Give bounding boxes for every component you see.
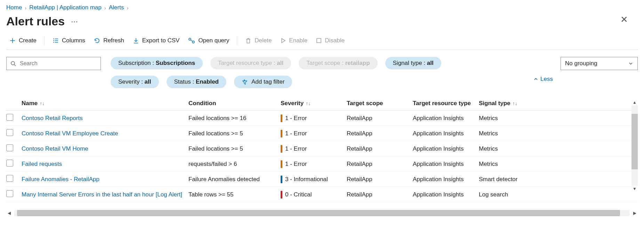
horizontal-scrollbar[interactable]: ◀ ▶ [6, 210, 638, 216]
filter-status[interactable]: Status : Enabled [167, 76, 227, 88]
scroll-down-icon[interactable]: ▼ [632, 186, 637, 192]
filter-icon [242, 79, 248, 85]
download-icon [132, 37, 139, 44]
row-checkbox[interactable] [6, 114, 13, 121]
cell-severity: 0 - Critical [281, 191, 347, 198]
rules-grid: Name ↑↓ Condition Severity ↑↓ Target sco… [6, 96, 638, 216]
grouping-dropdown[interactable]: No grouping [561, 57, 638, 70]
filter-subscription[interactable]: Subscription : Subscriptions [111, 57, 203, 69]
row-checkbox[interactable] [6, 190, 13, 197]
breadcrumb-app-map[interactable]: RetailApp | Application map [29, 4, 102, 11]
col-severity[interactable]: Severity ↑↓ [281, 100, 347, 107]
rule-name-link[interactable]: Contoso Retail Reports [22, 115, 188, 122]
open-query-button[interactable]: Open query [185, 36, 232, 45]
add-tag-label: Add tag filter [251, 78, 284, 85]
scroll-track[interactable] [631, 105, 638, 186]
create-button[interactable]: Create [6, 36, 39, 45]
rule-name-link[interactable]: Failed requests [22, 161, 188, 168]
col-label: Signal type [479, 100, 510, 107]
columns-label: Columns [62, 37, 85, 44]
table-row: Failed requestsrequests/failed > 61 - Er… [6, 157, 638, 172]
enable-button: Enable [277, 36, 310, 45]
cell-target-scope: RetailApp [347, 191, 413, 198]
row-checkbox[interactable] [6, 129, 13, 136]
filter-value: all [427, 60, 434, 66]
row-checkbox[interactable] [6, 144, 13, 151]
disable-label: Disable [325, 37, 345, 44]
scroll-left-icon[interactable]: ◀ [6, 211, 12, 216]
severity-indicator-icon [281, 115, 282, 122]
row-checkbox[interactable] [6, 160, 13, 167]
cell-target-type: Application Insights [413, 130, 479, 137]
col-label: Name [22, 100, 38, 107]
cell-target-type: Application Insights [413, 115, 479, 122]
add-tag-filter[interactable]: Add tag filter [234, 76, 292, 88]
table-row: Many Internal Server Errors in the last … [6, 187, 638, 202]
cell-signal-type: Metrics [479, 145, 545, 152]
open-query-label: Open query [198, 37, 229, 44]
collapse-filters-link[interactable]: Less [533, 76, 553, 83]
col-label: Target scope [347, 100, 383, 107]
stop-icon [316, 37, 322, 44]
rule-name-link[interactable]: Failure Anomalies - RetailApp [22, 176, 188, 183]
refresh-button[interactable]: Refresh [91, 36, 127, 45]
vertical-scrollbar[interactable]: ▲ ▼ [631, 99, 638, 192]
breadcrumb: Home › RetailApp | Application map › Ale… [6, 3, 638, 14]
scroll-up-icon[interactable]: ▲ [632, 99, 637, 105]
cell-condition: Failed locations >= 5 [188, 130, 281, 137]
scroll-track[interactable] [14, 210, 630, 216]
grouping-label: No grouping [565, 60, 597, 67]
filter-value: Subscriptions [156, 60, 195, 66]
table-row: Contoso Retail VM HomeFailed locations >… [6, 141, 638, 157]
disable-button: Disable [313, 36, 347, 45]
search-input[interactable] [6, 57, 101, 70]
delete-button: Delete [242, 36, 274, 45]
cell-severity: 1 - Error [281, 115, 347, 122]
more-actions-icon[interactable]: ⋯ [71, 17, 79, 26]
cell-target-scope: RetailApp [347, 176, 413, 183]
close-icon[interactable]: ✕ [618, 11, 631, 28]
search-field[interactable] [19, 60, 97, 67]
filter-target-scope: Target scope : retailapp [299, 57, 377, 69]
chevron-right-icon: › [104, 5, 106, 11]
chevron-right-icon: › [127, 5, 128, 11]
filter-severity[interactable]: Severity : all [111, 76, 159, 88]
col-target-scope[interactable]: Target scope [347, 100, 413, 107]
col-name[interactable]: Name ↑↓ [22, 100, 188, 107]
columns-button[interactable]: Columns [49, 36, 88, 45]
svg-rect-2 [317, 39, 321, 43]
scroll-right-icon[interactable]: ▶ [632, 211, 638, 216]
cell-severity: 1 - Error [281, 160, 347, 168]
rule-name-link[interactable]: Many Internal Server Errors in the last … [22, 191, 188, 198]
col-signal-type[interactable]: Signal type ↑↓ [479, 100, 545, 107]
scroll-thumb[interactable] [631, 114, 638, 169]
filter-label: Target scope : [306, 60, 345, 66]
cell-signal-type: Smart detector [479, 176, 545, 183]
delete-label: Delete [255, 37, 272, 44]
filter-signal-type[interactable]: Signal type : all [385, 57, 441, 69]
chevron-up-icon [533, 77, 538, 82]
refresh-icon [94, 37, 100, 44]
cell-target-type: Application Insights [413, 161, 479, 168]
columns-icon [52, 37, 59, 44]
severity-indicator-icon [281, 191, 282, 198]
rule-name-link[interactable]: Contoso Retail VM Home [22, 145, 188, 152]
filter-label: Severity : [118, 78, 145, 85]
breadcrumb-alerts[interactable]: Alerts [109, 4, 124, 11]
cell-condition: requests/failed > 6 [188, 161, 281, 168]
filter-target-resource-type: Target resource type : all [210, 57, 291, 69]
page-title: Alert rules ⋯ [6, 15, 79, 28]
cell-target-type: Application Insights [413, 191, 479, 198]
rule-name-link[interactable]: Contoso Retail VM Employee Create [22, 130, 188, 137]
filter-label: Status : [174, 78, 196, 85]
export-csv-button[interactable]: Export to CSV [130, 36, 183, 45]
svg-point-3 [11, 61, 15, 65]
col-target-type[interactable]: Target resource type [413, 100, 479, 107]
row-checkbox[interactable] [6, 175, 13, 182]
breadcrumb-home[interactable]: Home [6, 4, 22, 11]
divider [237, 36, 237, 45]
cell-target-scope: RetailApp [347, 145, 413, 152]
scroll-thumb[interactable] [17, 210, 620, 216]
page-title-text: Alert rules [6, 15, 65, 28]
col-condition[interactable]: Condition [188, 100, 281, 107]
